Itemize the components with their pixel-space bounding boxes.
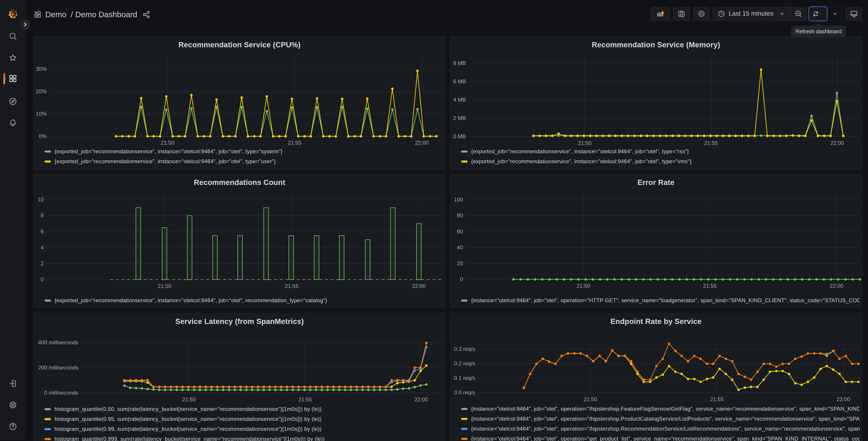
svg-text:4 MB: 4 MB xyxy=(453,97,466,103)
svg-text:0 milliseconds: 0 milliseconds xyxy=(44,390,78,396)
svg-text:2: 2 xyxy=(41,260,44,266)
svg-text:22:00: 22:00 xyxy=(414,396,428,403)
svg-text:21:50: 21:50 xyxy=(182,396,196,403)
svg-text:22:00: 22:00 xyxy=(415,140,429,146)
svg-text:21:50: 21:50 xyxy=(577,283,590,289)
svg-text:400 milliseconds: 400 milliseconds xyxy=(38,340,78,346)
svg-text:21:55: 21:55 xyxy=(703,283,717,289)
svg-text:0: 0 xyxy=(460,276,463,282)
svg-text:0.3 req/s: 0.3 req/s xyxy=(454,346,475,352)
svg-text:21:50: 21:50 xyxy=(578,140,591,146)
svg-text:8 MB: 8 MB xyxy=(453,60,466,66)
svg-text:40: 40 xyxy=(457,244,463,251)
svg-text:80: 80 xyxy=(457,212,463,218)
svg-text:0.1 req/s: 0.1 req/s xyxy=(454,375,475,381)
svg-text:200 milliseconds: 200 milliseconds xyxy=(38,364,78,371)
svg-text:100: 100 xyxy=(454,197,463,203)
svg-text:20%: 20% xyxy=(36,88,46,94)
svg-text:30%: 30% xyxy=(36,66,46,72)
svg-text:2 MB: 2 MB xyxy=(453,115,466,121)
svg-text:0 MB: 0 MB xyxy=(453,133,466,140)
svg-text:20: 20 xyxy=(457,260,463,266)
svg-text:0: 0 xyxy=(41,276,44,283)
svg-text:6: 6 xyxy=(41,229,44,235)
svg-text:22:00: 22:00 xyxy=(831,140,844,146)
svg-text:21:50: 21:50 xyxy=(161,140,174,146)
svg-text:0.2 req/s: 0.2 req/s xyxy=(454,360,475,366)
svg-text:21:55: 21:55 xyxy=(285,283,299,289)
svg-text:22:00: 22:00 xyxy=(412,283,426,289)
svg-text:21:55: 21:55 xyxy=(710,396,724,402)
svg-text:0.0 req/s: 0.0 req/s xyxy=(454,389,475,395)
svg-text:21:50: 21:50 xyxy=(584,396,597,402)
svg-text:22:00: 22:00 xyxy=(837,396,850,402)
svg-text:10%: 10% xyxy=(36,111,46,117)
svg-text:21:55: 21:55 xyxy=(704,140,718,146)
svg-text:10: 10 xyxy=(37,197,44,203)
svg-text:21:55: 21:55 xyxy=(288,140,301,146)
svg-text:0%: 0% xyxy=(39,133,46,139)
svg-text:21:55: 21:55 xyxy=(298,396,312,403)
svg-text:22:00: 22:00 xyxy=(830,283,843,289)
svg-text:21:50: 21:50 xyxy=(158,283,171,289)
svg-text:8: 8 xyxy=(41,212,44,218)
svg-text:6 MB: 6 MB xyxy=(453,78,466,84)
svg-text:4: 4 xyxy=(41,244,44,251)
svg-text:60: 60 xyxy=(457,229,463,235)
